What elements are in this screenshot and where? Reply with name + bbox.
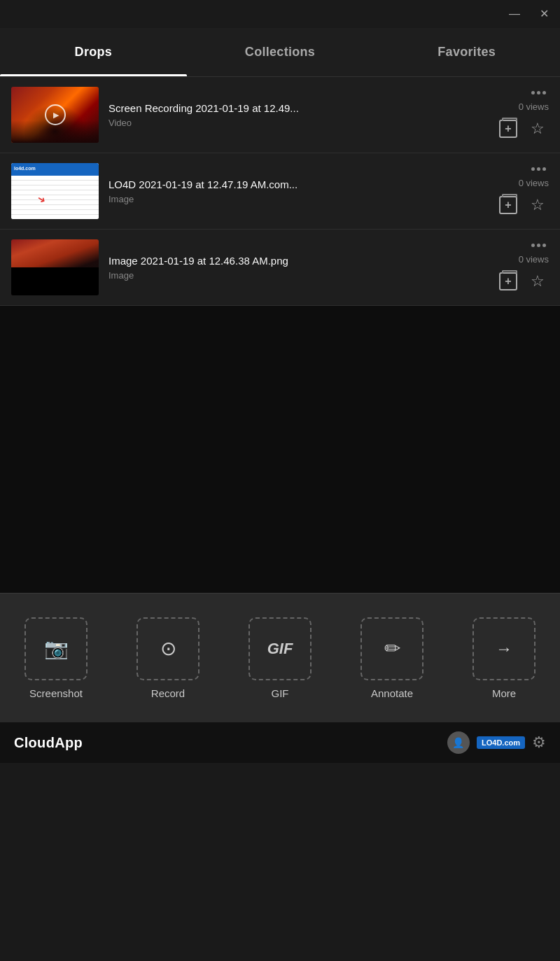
drop-buttons: + ☆ [497,118,549,140]
favorite-button[interactable]: ☆ [526,194,549,216]
more-label: More [492,687,516,699]
drop-type: Image [108,194,476,204]
annotate-icon-container: ✏ [360,617,424,680]
more-icon-container: → [472,617,536,680]
toolbar-item-gif[interactable]: GIF GIF [224,617,336,699]
tab-favorites[interactable]: Favorites [373,28,560,76]
add-collection-icon: + [499,120,517,138]
drop-buttons: + ☆ [497,194,549,216]
record-icon: ⊙ [160,637,176,660]
favorite-button[interactable]: ☆ [526,270,549,293]
more-options-button[interactable] [528,90,549,96]
gif-icon-container: GIF [248,617,312,680]
screenshot-icon-container: 📷 [24,617,88,680]
dot [531,244,535,247]
add-to-collection-button[interactable]: + [497,270,519,293]
toolbar-item-more[interactable]: → More [448,617,560,699]
tab-collections[interactable]: Collections [187,28,374,76]
drop-actions: 0 views + ☆ [486,242,549,293]
add-to-collection-button[interactable]: + [497,118,519,140]
more-arrow-icon: → [496,639,512,659]
drop-title[interactable]: LO4D 2021-01-19 at 12.47.19 AM.com... [108,178,374,190]
gif-label: GIF [272,687,289,699]
star-icon: ☆ [531,121,545,136]
dot [537,167,540,171]
app-name: CloudApp [14,735,83,751]
annotate-label: Annotate [371,687,413,699]
drop-type: Image [108,270,476,281]
drop-info: LO4D 2021-01-19 at 12.47.19 AM.com... Im… [99,178,486,204]
drop-thumbnail-webpage[interactable]: ➜ [11,163,99,219]
status-icons: 👤 LO4D.com ⚙ [447,731,546,754]
lo4d-badge: LO4D.com [477,736,525,749]
bottom-toolbar: 📷 Screenshot ⊙ Record GIF GIF ✏ Annotate… [0,593,560,722]
red-arrow: ➜ [35,192,48,206]
drop-thumbnail-video[interactable] [11,87,99,143]
tab-drops[interactable]: Drops [0,28,187,76]
toolbar-item-annotate[interactable]: ✏ Annotate [336,617,448,699]
drop-buttons: + ☆ [497,270,549,293]
drop-actions: 0 views + ☆ [486,166,549,216]
record-label: Record [151,687,185,699]
record-icon-container: ⊙ [136,617,200,680]
drop-title[interactable]: Screen Recording 2021-01-19 at 12.49... [108,102,374,114]
drop-info: Image 2021-01-19 at 12.46.38 AM.png Imag… [99,255,486,281]
close-button[interactable]: ✕ [537,6,552,22]
gif-icon: GIF [267,640,293,658]
drop-views: 0 views [519,178,549,188]
drop-info: Screen Recording 2021-01-19 at 12.49... … [99,102,486,128]
camera-icon: 📷 [44,637,69,660]
dot [531,167,535,171]
user-avatar-icon: 👤 [447,731,470,754]
empty-content-area [0,306,560,593]
drop-actions: 0 views + ☆ [486,90,549,140]
play-button[interactable] [45,104,66,125]
dot [531,91,535,94]
minimize-button[interactable]: — [506,6,523,22]
dot [542,167,546,171]
drop-thumbnail-trees[interactable] [11,239,99,295]
dot [537,244,540,247]
favorite-button[interactable]: ☆ [526,118,549,140]
dot [542,91,546,94]
title-bar: — ✕ [0,0,560,28]
add-collection-icon: + [499,272,517,290]
drop-title[interactable]: Image 2021-01-19 at 12.46.38 AM.png [108,255,374,267]
annotate-icon: ✏ [384,637,400,660]
drop-views: 0 views [519,101,549,112]
dot [537,91,540,94]
add-to-collection-button[interactable]: + [497,194,519,216]
star-icon: ☆ [531,274,545,289]
drop-views: 0 views [519,254,549,265]
toolbar-item-screenshot[interactable]: 📷 Screenshot [0,617,112,699]
drop-type: Video [108,118,476,128]
star-icon: ☆ [531,197,545,213]
tabs-container: Drops Collections Favorites [0,28,560,77]
settings-gear-icon[interactable]: ⚙ [532,734,546,752]
drop-item: Screen Recording 2021-01-19 at 12.49... … [0,77,560,153]
drop-item: ➜ LO4D 2021-01-19 at 12.47.19 AM.com... … [0,153,560,230]
status-bar: CloudApp 👤 LO4D.com ⚙ [0,722,560,763]
more-options-button[interactable] [528,242,549,248]
drops-list: Screen Recording 2021-01-19 at 12.49... … [0,77,560,306]
dot [542,244,546,247]
webpage-inner: ➜ [11,163,99,219]
screenshot-label: Screenshot [29,687,83,699]
toolbar-item-record[interactable]: ⊙ Record [112,617,224,699]
add-collection-icon: + [499,196,517,214]
drop-item: Image 2021-01-19 at 12.46.38 AM.png Imag… [0,230,560,306]
more-options-button[interactable] [528,166,549,172]
